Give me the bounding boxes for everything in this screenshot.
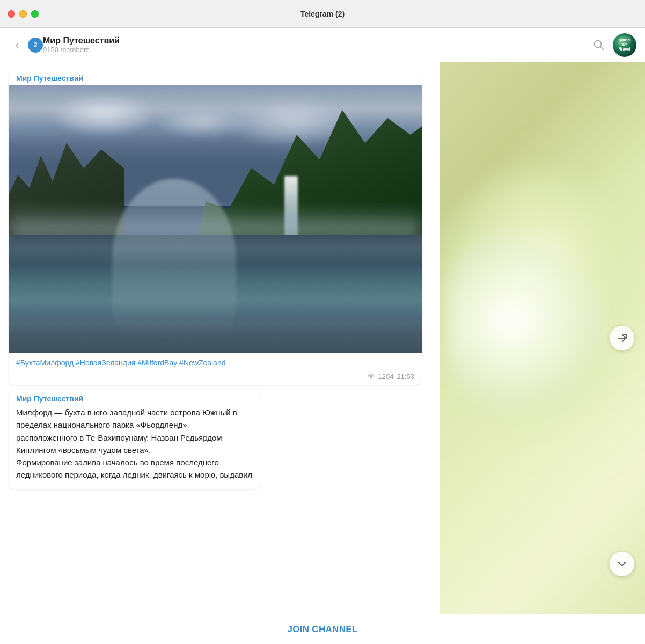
forward-button[interactable] bbox=[610, 326, 634, 350]
forward-icon bbox=[616, 332, 628, 344]
channel-header: ‹ 2 Мир Путешествий 9150 members WorldOf… bbox=[0, 28, 645, 62]
svg-line-1 bbox=[600, 47, 604, 50]
channel-avatar[interactable]: WorldOfTravel bbox=[613, 33, 636, 57]
header-actions: WorldOfTravel bbox=[589, 33, 636, 57]
title-bar: Telegram (2) bbox=[0, 0, 645, 28]
search-icon bbox=[593, 39, 605, 51]
join-channel-button[interactable]: JOIN CHANNEL bbox=[287, 624, 357, 635]
back-icon: ‹ bbox=[15, 38, 19, 52]
maximize-button[interactable] bbox=[31, 10, 39, 18]
right-panel bbox=[440, 62, 645, 614]
cloud-1 bbox=[50, 93, 157, 136]
join-channel-bar[interactable]: JOIN CHANNEL bbox=[0, 614, 645, 644]
message-1-sender: Мир Путешествий bbox=[9, 69, 422, 85]
close-button[interactable] bbox=[8, 10, 15, 18]
message-1-footer: 👁 1204 21:53 bbox=[9, 371, 422, 385]
landscape-photo bbox=[9, 85, 422, 353]
view-count: 1204 bbox=[378, 372, 394, 380]
message-1-image-container[interactable] bbox=[9, 85, 422, 353]
message-2-sender: Мир Путешествий bbox=[16, 394, 252, 403]
message-2: Мир Путешествий Милфорд — бухта в юго-за… bbox=[9, 389, 260, 489]
chevron-down-icon bbox=[616, 558, 628, 570]
scroll-down-button[interactable] bbox=[610, 552, 634, 576]
pebble-shore bbox=[9, 313, 422, 353]
window-title: Telegram (2) bbox=[300, 10, 345, 18]
main-content: Мир Путешествий bbox=[0, 62, 645, 614]
eye-icon: 👁 bbox=[368, 372, 375, 380]
message-1-time: 21:53 bbox=[397, 372, 414, 380]
traffic-lights bbox=[8, 10, 39, 18]
channel-info: Мир Путешествий 9150 members bbox=[43, 36, 589, 54]
channel-members: 9150 members bbox=[43, 46, 589, 54]
messages-list: Мир Путешествий bbox=[0, 62, 440, 614]
channel-name: Мир Путешествий bbox=[43, 36, 589, 46]
message-1: Мир Путешествий bbox=[9, 69, 422, 385]
back-button[interactable]: ‹ bbox=[9, 36, 26, 54]
waterfall bbox=[284, 176, 298, 240]
search-button[interactable] bbox=[589, 35, 609, 55]
chat-area: Мир Путешествий bbox=[0, 62, 440, 614]
minimize-button[interactable] bbox=[19, 10, 27, 18]
avatar-text: WorldOfTravel bbox=[619, 38, 630, 52]
cloud-3 bbox=[153, 106, 250, 138]
message-1-hashtags: #БухтаМилфорд #НоваяЗеландия #MilfordBay… bbox=[9, 353, 422, 371]
message-2-text: Милфорд — бухта в юго-западной части ост… bbox=[16, 406, 252, 481]
unread-badge: 2 bbox=[28, 38, 43, 53]
